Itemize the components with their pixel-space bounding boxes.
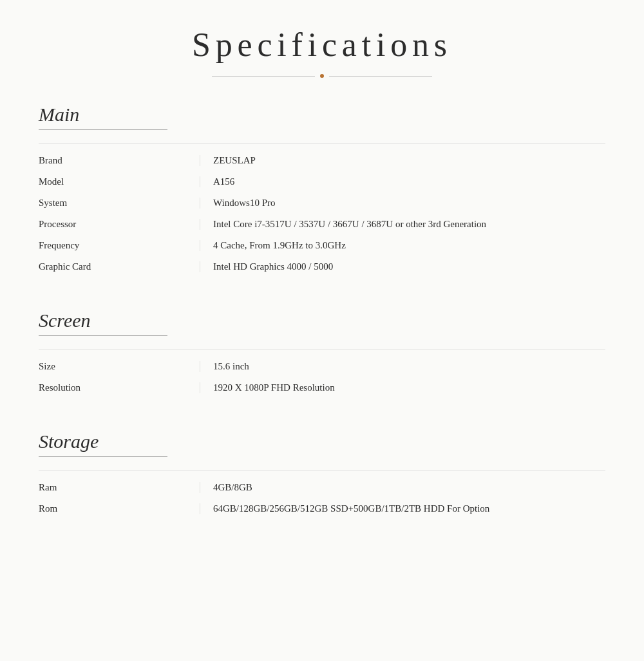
section-header-screen: Screen: [39, 310, 605, 336]
table-row: Ram4GB/8GB: [39, 477, 605, 498]
spec-value: 15.6 inch: [200, 361, 605, 372]
table-row: ProcessorIntel Core i7-3517U / 3537U / 3…: [39, 214, 605, 235]
specs-table-screen: Size15.6 inchResolution1920 X 1080P FHD …: [39, 356, 605, 398]
spec-value: 4GB/8GB: [200, 482, 605, 493]
page-title: Specifications: [39, 26, 605, 64]
spec-label: Processor: [39, 219, 200, 230]
divider-line-right: [329, 76, 432, 77]
section-title-main: Main: [39, 104, 605, 126]
divider-dot: [320, 74, 324, 78]
spec-label: Brand: [39, 155, 200, 166]
table-row: Frequency4 Cache, From 1.9GHz to 3.0GHz: [39, 235, 605, 256]
table-row: SystemWindows10 Pro: [39, 192, 605, 214]
spec-value: Intel Core i7-3517U / 3537U / 3667U / 36…: [200, 219, 605, 230]
section-title-screen: Screen: [39, 310, 605, 331]
title-divider: [39, 74, 605, 78]
section-main: MainBrandZEUSLAPModelA156SystemWindows10…: [39, 104, 605, 277]
spec-label: Graphic Card: [39, 261, 200, 272]
table-row: ModelA156: [39, 171, 605, 192]
section-screen: ScreenSize15.6 inchResolution1920 X 1080…: [39, 310, 605, 398]
spec-label: Rom: [39, 503, 200, 514]
section-top-divider-screen: [39, 349, 605, 349]
section-underline-storage: [39, 456, 167, 457]
divider-line-left: [212, 76, 315, 77]
table-row: Rom64GB/128GB/256GB/512GB SSD+500GB/1TB/…: [39, 498, 605, 519]
section-header-main: Main: [39, 104, 605, 130]
spec-value: ZEUSLAP: [200, 155, 605, 166]
spec-label: Resolution: [39, 382, 200, 393]
section-header-storage: Storage: [39, 431, 605, 457]
spec-label: Size: [39, 361, 200, 372]
section-underline-screen: [39, 335, 167, 336]
section-title-storage: Storage: [39, 431, 605, 452]
sections-container: MainBrandZEUSLAPModelA156SystemWindows10…: [39, 104, 605, 519]
spec-value: Intel HD Graphics 4000 / 5000: [200, 261, 605, 272]
table-row: Resolution1920 X 1080P FHD Resolution: [39, 377, 605, 398]
spec-label: Ram: [39, 482, 200, 493]
table-row: Size15.6 inch: [39, 356, 605, 377]
spec-value: 4 Cache, From 1.9GHz to 3.0GHz: [200, 240, 605, 251]
page-title-section: Specifications: [39, 26, 605, 78]
specs-table-main: BrandZEUSLAPModelA156SystemWindows10 Pro…: [39, 150, 605, 277]
spec-value: A156: [200, 176, 605, 187]
section-storage: StorageRam4GB/8GBRom64GB/128GB/256GB/512…: [39, 431, 605, 519]
table-row: BrandZEUSLAP: [39, 150, 605, 171]
spec-value: 1920 X 1080P FHD Resolution: [200, 382, 605, 393]
spec-value: 64GB/128GB/256GB/512GB SSD+500GB/1TB/2TB…: [200, 503, 605, 514]
section-underline-main: [39, 129, 167, 130]
spec-label: System: [39, 198, 200, 209]
section-top-divider-storage: [39, 470, 605, 470]
page-container: Specifications MainBrandZEUSLAPModelA156…: [0, 0, 644, 577]
spec-label: Model: [39, 176, 200, 187]
section-top-divider-main: [39, 143, 605, 144]
spec-label: Frequency: [39, 240, 200, 251]
specs-table-storage: Ram4GB/8GBRom64GB/128GB/256GB/512GB SSD+…: [39, 477, 605, 519]
table-row: Graphic CardIntel HD Graphics 4000 / 500…: [39, 256, 605, 277]
spec-value: Windows10 Pro: [200, 198, 605, 209]
